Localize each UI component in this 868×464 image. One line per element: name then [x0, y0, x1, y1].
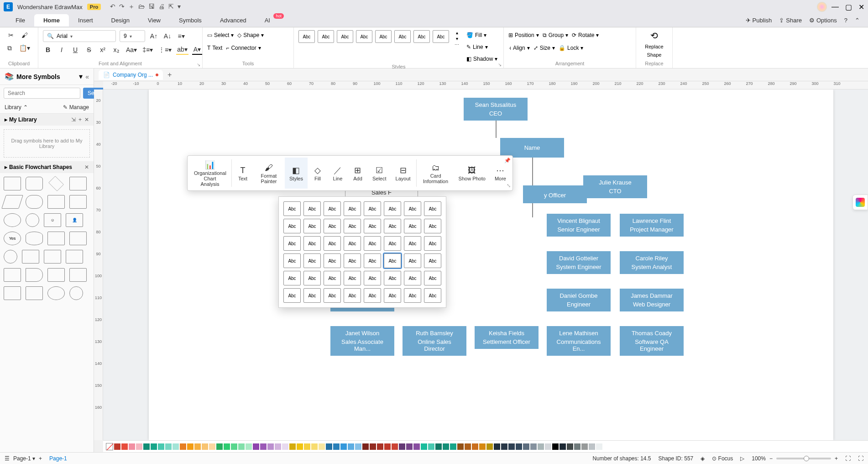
- style-preset[interactable]: Abc: [324, 288, 341, 303]
- style-preset[interactable]: Abc: [384, 253, 401, 268]
- org-card[interactable]: Keisha Fields Settlement Officer: [475, 326, 539, 349]
- new-button[interactable]: ＋: [128, 3, 135, 11]
- format-painter-button[interactable]: 🖌: [20, 30, 30, 40]
- color-swatch[interactable]: [479, 443, 486, 450]
- color-swatch[interactable]: [289, 443, 296, 450]
- menu-advanced[interactable]: Advanced: [211, 14, 256, 26]
- style-preset[interactable]: Abc: [283, 236, 301, 251]
- flowchart-panel-header[interactable]: ▸ Basic Flowchart Shapes ✕: [0, 161, 94, 173]
- color-swatch[interactable]: [165, 443, 172, 450]
- style-preset[interactable]: Abc: [303, 253, 321, 268]
- org-card[interactable]: Lene Mathisen Communications En...: [547, 326, 611, 356]
- color-swatch[interactable]: [231, 443, 237, 450]
- color-swatch[interactable]: [348, 443, 354, 450]
- color-swatch[interactable]: [246, 443, 252, 450]
- style-preset[interactable]: Abc: [298, 30, 315, 43]
- document-tab[interactable]: 📄 Company Org ...: [99, 70, 163, 80]
- bold-button[interactable]: B: [43, 45, 53, 55]
- shape-database[interactable]: [26, 232, 43, 245]
- style-preset[interactable]: Abc: [384, 219, 401, 233]
- color-swatch[interactable]: [450, 443, 456, 450]
- color-swatch[interactable]: [158, 443, 164, 450]
- shape-hex[interactable]: [47, 268, 65, 282]
- ctx-analysis[interactable]: 📊Organizational Chart Analysis: [189, 158, 230, 189]
- style-preset[interactable]: Abc: [404, 271, 421, 285]
- style-preset[interactable]: Abc: [384, 236, 401, 251]
- color-swatch[interactable]: [392, 443, 398, 450]
- menu-ai[interactable]: AI hot: [256, 14, 279, 26]
- align-button[interactable]: ⫞ Align▾: [508, 43, 530, 53]
- shape-card[interactable]: [47, 232, 65, 245]
- ctx-show-photo[interactable]: 🖼Show Photo: [454, 158, 490, 189]
- ctx-styles[interactable]: ◧Styles: [285, 158, 308, 189]
- style-preset[interactable]: Abc: [413, 30, 430, 43]
- export-button[interactable]: ⇱: [168, 3, 174, 11]
- shape-actor[interactable]: ☺: [44, 213, 61, 227]
- shape-internal[interactable]: [69, 232, 87, 245]
- shape-terminator[interactable]: [26, 195, 43, 209]
- style-preset[interactable]: Abc: [356, 30, 372, 43]
- copy-button[interactable]: ⧉: [5, 43, 15, 53]
- size-button[interactable]: ⤢ Size▾: [533, 43, 555, 53]
- style-preset[interactable]: Abc: [344, 271, 361, 285]
- style-preset[interactable]: Abc: [404, 288, 421, 303]
- flowchart-close[interactable]: ✕: [84, 164, 89, 170]
- color-swatch[interactable]: [567, 443, 573, 450]
- color-swatch[interactable]: [129, 443, 135, 450]
- color-swatch[interactable]: [501, 443, 507, 450]
- increase-font-button[interactable]: A↑: [149, 31, 159, 41]
- style-preset[interactable]: Abc: [364, 288, 381, 303]
- color-swatch[interactable]: [238, 443, 245, 450]
- shape-rect2[interactable]: [26, 286, 43, 300]
- color-swatch[interactable]: [465, 443, 471, 450]
- no-fill-swatch[interactable]: [106, 443, 113, 450]
- color-swatch[interactable]: [421, 443, 427, 450]
- collapse-ribbon-button[interactable]: ⌃: [855, 17, 860, 24]
- org-card[interactable]: Carole Riley System Analyst: [620, 251, 684, 274]
- color-swatch[interactable]: [574, 443, 580, 450]
- style-preset[interactable]: Abc: [337, 30, 353, 43]
- style-preset[interactable]: Abc: [318, 30, 334, 43]
- case-button[interactable]: Aa▾: [125, 45, 138, 55]
- shape-trap[interactable]: [69, 268, 87, 282]
- style-preset[interactable]: Abc: [283, 219, 301, 233]
- style-preset[interactable]: Abc: [364, 271, 381, 285]
- shape-process-rounded[interactable]: [26, 177, 43, 190]
- ctx-text[interactable]: TText: [233, 158, 253, 189]
- style-preset[interactable]: Abc: [283, 201, 301, 216]
- color-swatch[interactable]: [362, 443, 369, 450]
- select-tool[interactable]: ▭ Select ▾: [207, 30, 234, 40]
- style-preset[interactable]: Abc: [384, 201, 401, 216]
- open-button[interactable]: 🗁: [138, 3, 145, 11]
- color-swatch[interactable]: [406, 443, 413, 450]
- canvas[interactable]: Sean Stusalitus CEO Name Sales F y Offic…: [103, 90, 868, 440]
- ctx-fill[interactable]: ◇Fill: [308, 158, 328, 189]
- library-toggle[interactable]: Library ⌃: [5, 104, 28, 111]
- shape-data[interactable]: [1, 195, 23, 209]
- style-preset[interactable]: Abc: [424, 288, 441, 303]
- style-preset[interactable]: Abc: [404, 201, 421, 216]
- lock-button[interactable]: 🔒 Lock▾: [559, 43, 583, 53]
- color-swatch[interactable]: [443, 443, 449, 450]
- color-swatch[interactable]: [180, 443, 186, 450]
- cut-button[interactable]: ✂: [6, 30, 16, 40]
- color-swatch[interactable]: [472, 443, 478, 450]
- color-swatch[interactable]: [151, 443, 157, 450]
- pin-toolbar-button[interactable]: 📌: [504, 158, 511, 163]
- shape-delay[interactable]: [26, 268, 43, 282]
- style-preset[interactable]: Abc: [324, 253, 341, 268]
- close-button[interactable]: ✕: [858, 3, 864, 11]
- collapse-sidebar-button[interactable]: «: [85, 73, 89, 80]
- style-preset[interactable]: Abc: [364, 219, 381, 233]
- ctx-line[interactable]: ／Line: [328, 158, 348, 189]
- color-swatch[interactable]: [589, 443, 595, 450]
- shape-pentagon[interactable]: [4, 286, 21, 300]
- style-preset[interactable]: Abc: [303, 236, 321, 251]
- redo-button[interactable]: ↷: [119, 3, 125, 11]
- shape-wave[interactable]: [4, 268, 21, 282]
- print-button[interactable]: 🖨: [158, 3, 165, 11]
- shape-storage[interactable]: [22, 250, 39, 264]
- color-swatch[interactable]: [114, 443, 120, 450]
- new-tab-button[interactable]: +: [167, 71, 172, 79]
- color-swatch[interactable]: [275, 443, 281, 450]
